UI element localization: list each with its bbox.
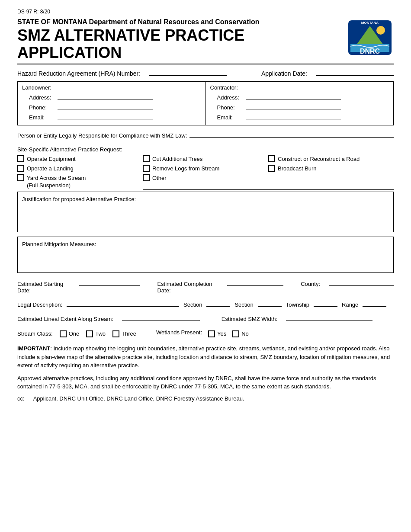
stream-class-label: Stream Class: bbox=[17, 330, 53, 337]
landowner-phone-field[interactable] bbox=[58, 103, 153, 109]
contractor-phone-label: Phone: bbox=[217, 104, 243, 111]
checkbox-sq-operate-landing[interactable] bbox=[17, 165, 24, 172]
checkbox-broadcast-burn[interactable]: Broadcast Burn bbox=[268, 165, 394, 172]
contractor-col: Contractor: Address: Phone: Email: bbox=[206, 82, 394, 125]
agency-name: STATE OF MONTANA Department of Natural R… bbox=[17, 18, 346, 26]
checkbox-sq-cut-trees[interactable] bbox=[143, 155, 150, 162]
label-operate-landing: Operate a Landing bbox=[27, 165, 74, 172]
mitigation-content[interactable] bbox=[22, 247, 389, 269]
landowner-phone-label: Phone: bbox=[29, 104, 55, 111]
contractor-email-label: Email: bbox=[217, 114, 243, 121]
label-stream-one: One bbox=[69, 330, 80, 337]
label-yard-stream: Yard Across the Stream bbox=[27, 175, 86, 181]
checkbox-sq-broadcast-burn[interactable] bbox=[268, 165, 275, 172]
app-date-field[interactable] bbox=[316, 69, 394, 76]
legal-label: Legal Description: bbox=[17, 301, 62, 308]
checkbox-sq-operate-equipment[interactable] bbox=[17, 155, 24, 162]
section2-field[interactable] bbox=[258, 300, 282, 307]
justification-box: Justification for proposed Alternative P… bbox=[17, 192, 394, 232]
dnrc-logo: MONTANA DNRC bbox=[346, 18, 394, 57]
checkbox-wetlands-no[interactable]: No bbox=[232, 330, 249, 337]
checkbox-construct-road[interactable]: Construct or Reconstruct a Road bbox=[268, 155, 394, 162]
contractor-phone-field[interactable] bbox=[246, 103, 341, 109]
doc-ref: DS-97 R: 8/20 bbox=[17, 9, 394, 15]
other-field[interactable] bbox=[168, 174, 394, 181]
landowner-title: Landowner: bbox=[22, 84, 51, 91]
completion-date-label: Estimated Completion Date: bbox=[157, 281, 218, 294]
checkbox-sq-wetlands-no[interactable] bbox=[232, 330, 239, 337]
smz-width-label: Estimated SMZ Width: bbox=[222, 316, 277, 322]
svg-text:MONTANA: MONTANA bbox=[361, 21, 379, 25]
compliance-label: Person or Entity Legally Responsible for… bbox=[17, 132, 187, 139]
label-wetlands-no: No bbox=[241, 330, 249, 337]
checkbox-stream-two[interactable]: Two bbox=[86, 330, 106, 337]
hra-number-field[interactable] bbox=[149, 69, 227, 76]
checkbox-sq-stream-three[interactable] bbox=[112, 330, 119, 337]
approved-section: Approved alternative practices, includin… bbox=[17, 374, 394, 391]
justification-label: Justification for proposed Alternative P… bbox=[22, 196, 136, 202]
checkbox-stream-three[interactable]: Three bbox=[112, 330, 136, 337]
checkbox-operate-landing[interactable]: Operate a Landing bbox=[17, 165, 143, 172]
checkbox-sq-stream-two[interactable] bbox=[86, 330, 93, 337]
app-date-label: Application Date: bbox=[261, 70, 307, 77]
township-label: Township bbox=[286, 301, 309, 308]
starting-date-label: Estimated Starting Date: bbox=[17, 281, 71, 294]
county-field[interactable] bbox=[329, 279, 394, 286]
checkbox-cut-trees[interactable]: Cut Additional Trees bbox=[143, 155, 268, 162]
wetlands-label: Wetlands Present: bbox=[156, 329, 202, 336]
cc-text: Applicant, DNRC Unit Office, DNRC Land O… bbox=[33, 395, 244, 402]
label-remove-logs: Remove Logs from Stream bbox=[152, 165, 219, 172]
other-field-line2[interactable] bbox=[143, 183, 394, 190]
checkbox-sq-stream-one[interactable] bbox=[60, 330, 67, 337]
completion-date-field[interactable] bbox=[227, 279, 283, 286]
checkbox-stream-one[interactable]: One bbox=[60, 330, 80, 337]
important-text: : Include map showing the logging unit b… bbox=[17, 345, 390, 369]
contractor-address-field[interactable] bbox=[246, 93, 341, 99]
justification-content[interactable] bbox=[22, 202, 389, 228]
alt-practice-label: Site-Specific Alternative Practice Reque… bbox=[17, 146, 122, 153]
landowner-address-label: Address: bbox=[29, 94, 55, 101]
label-other: Other bbox=[152, 175, 167, 181]
township-field[interactable] bbox=[314, 300, 337, 307]
checkbox-sq-construct-road[interactable] bbox=[268, 155, 275, 162]
section1-field[interactable] bbox=[206, 300, 230, 307]
compliance-field[interactable] bbox=[189, 131, 394, 138]
landowner-contractor-box: Landowner: Address: Phone: Email: Contra… bbox=[17, 81, 394, 125]
landowner-address-field[interactable] bbox=[58, 93, 153, 99]
checkbox-sq-remove-logs[interactable] bbox=[143, 165, 150, 172]
landowner-email-field[interactable] bbox=[58, 112, 153, 119]
starting-date-field[interactable] bbox=[79, 279, 140, 286]
important-bold: IMPORTANT bbox=[17, 345, 50, 352]
checkbox-sq-yard-stream[interactable] bbox=[17, 174, 24, 181]
section1-label: Section bbox=[183, 301, 202, 308]
checkbox-wetlands-yes[interactable]: Yes bbox=[208, 330, 226, 337]
checkbox-yard-stream[interactable]: Yard Across the Stream bbox=[17, 174, 143, 181]
range-field[interactable] bbox=[363, 300, 386, 307]
legal-description-field[interactable] bbox=[67, 300, 179, 307]
label-stream-three: Three bbox=[122, 330, 136, 337]
cc-row: cc: Applicant, DNRC Unit Office, DNRC La… bbox=[17, 395, 394, 402]
range-label: Range bbox=[342, 301, 358, 308]
along-stream-field[interactable] bbox=[122, 314, 200, 321]
label-wetlands-yes: Yes bbox=[217, 330, 226, 337]
landowner-email-label: Email: bbox=[29, 114, 55, 121]
cc-label: cc: bbox=[17, 395, 25, 402]
contractor-address-label: Address: bbox=[217, 94, 243, 101]
smz-width-field[interactable] bbox=[286, 314, 372, 321]
label-operate-equipment: Operate Equipment bbox=[27, 156, 76, 162]
svg-text:DNRC: DNRC bbox=[360, 48, 380, 55]
landowner-col: Landowner: Address: Phone: Email: bbox=[18, 82, 206, 125]
label-stream-two: Two bbox=[95, 330, 106, 337]
mitigation-box: Planned Mitigation Measures: bbox=[17, 237, 394, 273]
label-construct-road: Construct or Reconstruct a Road bbox=[278, 156, 360, 162]
mitigation-label: Planned Mitigation Measures: bbox=[22, 241, 96, 247]
checkbox-sq-wetlands-yes[interactable] bbox=[208, 330, 215, 337]
checkbox-sq-other[interactable] bbox=[143, 174, 150, 181]
checkbox-other[interactable]: Other bbox=[143, 174, 167, 181]
important-section: IMPORTANT: Include map showing the loggi… bbox=[17, 344, 394, 370]
svg-point-2 bbox=[376, 26, 385, 35]
checkbox-remove-logs[interactable]: Remove Logs from Stream bbox=[143, 165, 268, 172]
label-broadcast-burn: Broadcast Burn bbox=[278, 165, 317, 172]
contractor-email-field[interactable] bbox=[246, 112, 341, 119]
checkbox-operate-equipment[interactable]: Operate Equipment bbox=[17, 155, 143, 162]
